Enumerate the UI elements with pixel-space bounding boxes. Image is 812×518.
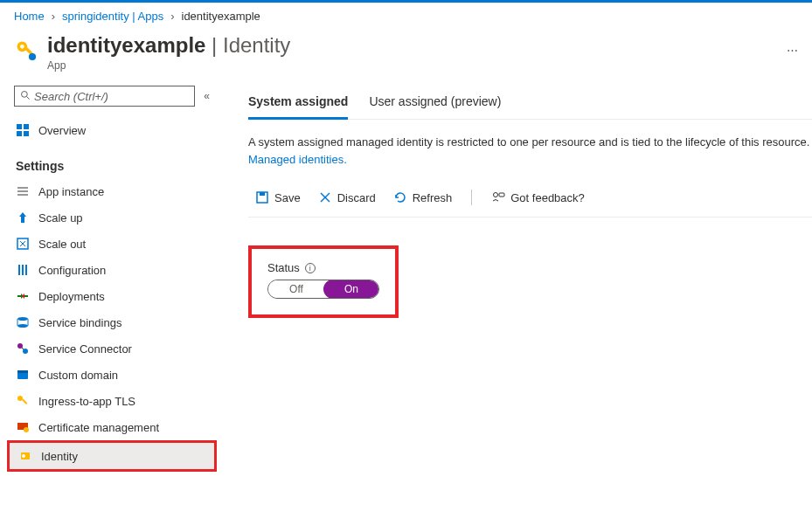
svg-rect-9 (24, 131, 29, 136)
svg-point-18 (17, 324, 28, 328)
sidebar-item-custom-domain[interactable]: Custom domain (7, 362, 217, 388)
feedback-button[interactable]: Got feedback? (484, 187, 592, 208)
refresh-button[interactable]: Refresh (386, 187, 460, 208)
scale-up-icon (16, 211, 30, 224)
main-content: System assigned User assigned (preview) … (224, 82, 812, 472)
tabs: System assigned User assigned (preview) (248, 86, 812, 120)
sidebar-item-label: Scale up (38, 211, 83, 224)
status-label: Status (267, 261, 300, 274)
svg-point-3 (29, 53, 36, 60)
sidebar-item-label: Identity (41, 450, 78, 463)
bindings-icon (16, 315, 30, 329)
page-subtitle: App (47, 59, 760, 72)
key-icon (14, 38, 38, 63)
sidebar-item-deployments[interactable]: Deployments (7, 283, 217, 309)
status-section: Status i Off On (248, 245, 399, 318)
sidebar-item-label: Configuration (38, 264, 106, 277)
breadcrumb-home[interactable]: Home (14, 10, 45, 23)
search-box[interactable] (14, 86, 195, 107)
sidebar-item-label: Service bindings (38, 316, 121, 329)
sidebar: « Overview Settings App instance Scale u… (0, 82, 224, 472)
sidebar-item-service-bindings[interactable]: Service bindings (7, 309, 217, 335)
info-icon[interactable]: i (305, 263, 316, 273)
svg-point-4 (22, 91, 28, 97)
save-button[interactable]: Save (248, 187, 308, 208)
sidebar-item-label: Ingress-to-app TLS (38, 395, 135, 408)
save-icon (255, 190, 269, 204)
sidebar-item-label: App instance (38, 185, 104, 198)
certificate-icon (16, 420, 30, 434)
sidebar-item-configuration[interactable]: Configuration (7, 257, 217, 283)
sidebar-item-label: Custom domain (38, 369, 118, 382)
sidebar-item-ingress-tls[interactable]: Ingress-to-app TLS (7, 388, 217, 414)
discard-button[interactable]: Discard (311, 187, 383, 208)
scale-out-icon (16, 237, 30, 251)
more-icon[interactable]: ⋯ (787, 44, 798, 57)
svg-point-26 (17, 396, 23, 401)
sidebar-item-scale-up[interactable]: Scale up (7, 204, 217, 231)
svg-point-36 (494, 193, 498, 197)
domain-icon (16, 368, 30, 382)
status-label-row: Status i (267, 261, 379, 274)
connector-icon (16, 342, 30, 356)
sidebar-item-identity[interactable]: Identity (7, 440, 217, 472)
svg-rect-27 (22, 399, 27, 404)
sidebar-section-settings: Settings (7, 154, 217, 178)
search-input[interactable] (34, 90, 189, 103)
discard-icon (318, 190, 332, 204)
description: A system assigned managed identity is re… (248, 120, 812, 171)
tab-user-assigned[interactable]: User assigned (preview) (369, 86, 501, 119)
svg-rect-33 (260, 192, 265, 196)
svg-point-31 (22, 454, 25, 458)
svg-line-23 (22, 348, 24, 349)
svg-rect-7 (24, 124, 29, 129)
page-header: identityexample | Identity App ⋯ (0, 30, 812, 82)
deployments-icon (16, 289, 30, 303)
toolbar: Save Discard Refresh Got feedback? (248, 178, 812, 218)
sidebar-item-scale-out[interactable]: Scale out (7, 231, 217, 257)
refresh-icon (393, 190, 407, 204)
page-title: identityexample | Identity (47, 33, 760, 58)
search-icon (20, 90, 31, 103)
configuration-icon (16, 263, 30, 277)
tab-system-assigned[interactable]: System assigned (248, 86, 348, 120)
breadcrumb-current: identityexample (182, 10, 260, 23)
svg-rect-37 (499, 193, 504, 197)
sidebar-item-service-connector[interactable]: Service Connector (7, 335, 217, 362)
svg-rect-6 (17, 124, 22, 129)
svg-line-5 (27, 96, 30, 99)
sidebar-item-app-instance[interactable]: App instance (7, 178, 217, 204)
identity-icon (18, 449, 32, 463)
sidebar-item-label: Overview (38, 124, 86, 137)
svg-point-17 (17, 317, 28, 321)
sidebar-item-overview[interactable]: Overview (7, 117, 217, 143)
svg-point-29 (24, 427, 29, 432)
overview-icon (16, 123, 30, 137)
chevron-right-icon: › (170, 10, 174, 23)
sidebar-item-label: Scale out (38, 238, 86, 251)
svg-point-1 (20, 45, 24, 49)
toggle-off[interactable]: Off (268, 280, 324, 298)
svg-rect-8 (17, 131, 22, 136)
svg-rect-25 (17, 370, 28, 373)
feedback-icon (491, 190, 505, 204)
breadcrumb-level1[interactable]: springidentity | Apps (62, 10, 163, 23)
collapse-icon[interactable]: « (204, 90, 210, 102)
breadcrumb: Home › springidentity | Apps › identitye… (0, 3, 812, 30)
sidebar-item-label: Service Connector (38, 342, 132, 356)
toggle-on[interactable]: On (323, 280, 379, 299)
list-icon (16, 184, 30, 198)
key-icon (16, 394, 30, 408)
sidebar-item-label: Certificate management (38, 421, 159, 434)
managed-identities-link[interactable]: Managed identities. (248, 153, 347, 166)
status-toggle[interactable]: Off On (267, 280, 379, 299)
sidebar-item-certificate-management[interactable]: Certificate management (7, 414, 217, 440)
toolbar-separator (471, 190, 472, 205)
chevron-right-icon: › (52, 10, 55, 23)
sidebar-item-label: Deployments (38, 290, 105, 303)
